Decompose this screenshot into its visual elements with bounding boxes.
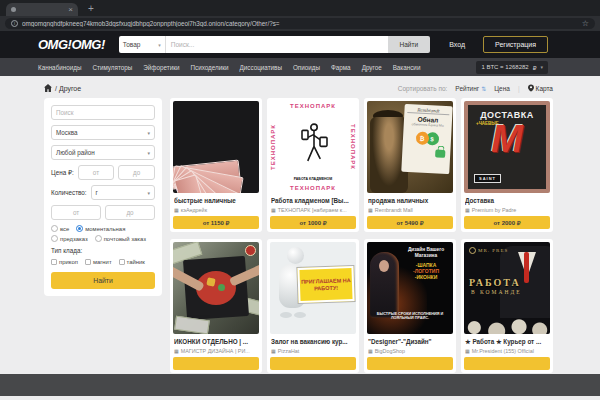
- radio-all[interactable]: все: [51, 225, 69, 232]
- login-link[interactable]: Вход: [449, 41, 465, 48]
- product-card[interactable]: Дизайн Вашего Магазина -ШАПКА -ЛОГОТИП -…: [364, 239, 456, 373]
- stash-options: прикоп магнит тайник: [51, 259, 155, 265]
- tab-close-icon[interactable]: ×: [68, 6, 73, 14]
- sort-label: Сортировать по:: [398, 85, 448, 92]
- radio-instant[interactable]: моментальная: [76, 225, 125, 232]
- price-button[interactable]: от 1150 ₽: [173, 216, 259, 229]
- product-card[interactable]: Rembrandt Обнал обменник Банка Мо ₿ $ пр…: [364, 98, 456, 232]
- product-title[interactable]: продажа наличных: [368, 197, 452, 206]
- product-card[interactable]: быстрые наличные ▦ кэАндрейк от 1150 ₽: [170, 98, 262, 232]
- product-title[interactable]: Залог на вакансию кур...: [271, 338, 355, 347]
- breadcrumb-path[interactable]: / Другое: [55, 85, 81, 92]
- map-link[interactable]: Карта: [528, 84, 553, 92]
- product-title[interactable]: ИКОНКИ ОТДЕЛЬНО | ...: [174, 338, 258, 347]
- checkbox-magnet-label: магнит: [93, 259, 112, 265]
- site-info-icon[interactable]: i: [11, 20, 18, 27]
- quantity-to-input[interactable]: до: [105, 205, 155, 220]
- product-card[interactable]: MR. PRES РАБОТА В КОМАНДЕ ★ Работа ★ Кур…: [461, 239, 553, 373]
- product-card[interactable]: ИКОНКИ ОТДЕЛЬНО | ... ▦ МАГИСТР ДИЗАЙНА …: [170, 239, 262, 373]
- category-nav: Каннабиноиды Стимуляторы Эйфоретики Псих…: [0, 58, 600, 76]
- product-image-job-sign: ПРИГЛАШАЕМ НА РАБОТУ!: [270, 242, 356, 334]
- nav-item-euphorics[interactable]: Эйфоретики: [143, 64, 179, 71]
- shop-icon: ▦: [368, 348, 373, 354]
- nav-item-cannabinoids[interactable]: Каннабиноиды: [38, 64, 81, 71]
- radio-postal[interactable]: почтовый заказ: [95, 235, 146, 242]
- product-title[interactable]: быстрые наличные: [174, 197, 258, 206]
- price-button[interactable]: [270, 357, 356, 370]
- unit-select[interactable]: г ▾: [91, 185, 155, 200]
- site-logo[interactable]: OMG!OMG!: [38, 37, 105, 52]
- sort-arrows-icon: ⇅: [481, 85, 486, 92]
- filter-search-input[interactable]: Поиск: [51, 105, 155, 120]
- radio-icon: [95, 235, 102, 242]
- nav-item-dissociatives[interactable]: Диссоциативы: [240, 64, 282, 71]
- apply-filters-button[interactable]: Найти: [51, 272, 155, 289]
- product-seller[interactable]: ▦ кэАндрейк: [174, 207, 258, 213]
- checkbox-prikop[interactable]: прикоп: [51, 259, 78, 265]
- product-seller[interactable]: ▦ PizzaHat: [271, 348, 355, 354]
- product-card[interactable]: ПРИГЛАШАЕМ НА РАБОТУ! Залог на вакансию …: [267, 239, 359, 373]
- radio-icon: [51, 225, 58, 232]
- bookmark-star-icon[interactable]: ☆: [582, 20, 589, 28]
- price-button[interactable]: [464, 357, 550, 370]
- register-button[interactable]: Регистрация: [483, 36, 548, 53]
- sort-rating-label: Рейтинг: [455, 85, 479, 92]
- home-icon[interactable]: [44, 84, 52, 92]
- nav-item-pharma[interactable]: Фарма: [331, 64, 351, 71]
- product-card[interactable]: ТЕХНОПАРК ТЕХНОПАРК ТЕХНОПАРК РАБОТА КЛА…: [267, 98, 359, 232]
- quantity-range-row: от до: [51, 205, 155, 220]
- sort-group: Сортировать по: Рейтинг ⇅ Цена | Карта: [398, 84, 553, 92]
- nav-item-other[interactable]: Другое: [362, 64, 382, 71]
- price-button[interactable]: [173, 357, 259, 370]
- product-title[interactable]: Работа кладменом [Вы...: [271, 197, 355, 206]
- seller-name: Rembrandt Mall: [375, 207, 413, 213]
- district-select[interactable]: Любой район ▾: [51, 145, 155, 160]
- product-seller[interactable]: ▦ ТЕХНОПАРК [набираем к...: [271, 207, 355, 213]
- sort-by-price[interactable]: Цена: [494, 85, 510, 92]
- product-seller[interactable]: ▦ Premium by Padre: [465, 207, 549, 213]
- chevron-down-icon: ▾: [147, 190, 150, 196]
- radio-selected-icon: [76, 225, 83, 232]
- currency-symbol: ₽: [533, 64, 537, 71]
- product-title[interactable]: "Designer"-"Дизайн": [368, 338, 452, 347]
- city-select[interactable]: Москва ▾: [51, 125, 155, 140]
- price-button[interactable]: от 1000 ₽: [270, 216, 356, 229]
- search-category-select[interactable]: Товар ▾: [119, 36, 166, 53]
- search-input[interactable]: Поиск...: [166, 36, 388, 53]
- checkbox-icon: [51, 259, 57, 265]
- product-image-mr-president: MR. PRES РАБОТА В КОМАНДЕ: [464, 242, 550, 334]
- browser-tab[interactable]: ×: [6, 3, 78, 16]
- price-button[interactable]: [367, 357, 453, 370]
- sort-by-rating[interactable]: Рейтинг ⇅: [455, 85, 486, 92]
- price-to-input[interactable]: до: [118, 165, 155, 180]
- saint-badge: SAINT: [474, 174, 501, 183]
- price-from-input[interactable]: от: [78, 165, 115, 180]
- new-tab-icon[interactable]: +: [88, 4, 94, 14]
- checkbox-tainik[interactable]: тайник: [119, 259, 145, 265]
- price-button[interactable]: от 5490 ₽: [367, 216, 453, 229]
- price-button[interactable]: от 2000 ₽: [464, 216, 550, 229]
- shop-icon: ▦: [271, 207, 276, 213]
- checkbox-magnet[interactable]: магнит: [85, 259, 112, 265]
- radio-preorder[interactable]: предзаказ: [51, 235, 88, 242]
- product-seller[interactable]: ▦ Rembrandt Mall: [368, 207, 452, 213]
- product-image-designer: Дизайн Вашего Магазина -ШАПКА -ЛОГОТИП -…: [367, 242, 453, 334]
- url-text[interactable]: omgomgnghdfpkneeg74kmob3dgsfxugjdbhpq2on…: [22, 20, 578, 27]
- nav-item-jobs[interactable]: Вакансии: [393, 64, 421, 71]
- product-title[interactable]: ★ Работа ★ Курьер от ...: [465, 338, 549, 347]
- product-card[interactable]: ДОСТАВКА +ЧАЕВЫЕ М SAINT Доставка ▦ Prem…: [461, 98, 553, 232]
- product-seller[interactable]: ▦ BigDogShop: [368, 348, 452, 354]
- filters-panel: Поиск Москва ▾ Любой район ▾ Цена ₽: от …: [44, 98, 162, 296]
- nav-item-opioids[interactable]: Опиоиды: [293, 64, 320, 71]
- product-seller[interactable]: ▦ МАГИСТР ДИЗАЙНА | РИ...: [174, 348, 258, 354]
- nav-item-stimulants[interactable]: Стимуляторы: [92, 64, 132, 71]
- search-button[interactable]: Найти: [388, 36, 430, 53]
- url-bar[interactable]: i omgomgnghdfpkneeg74kmob3dgsfxugjdbhpq2…: [5, 18, 595, 29]
- seal-icon: [469, 247, 476, 254]
- chevron-down-icon: ▾: [540, 64, 543, 70]
- btc-rate-selector[interactable]: 1 BTC = 1268282 ₽ ▾: [476, 61, 548, 74]
- nav-item-psychedelics[interactable]: Психоделики: [190, 64, 228, 71]
- product-title[interactable]: Доставка: [465, 197, 549, 206]
- quantity-from-input[interactable]: от: [51, 205, 101, 220]
- product-seller[interactable]: ▦ Mr.President (155) Official: [465, 348, 549, 354]
